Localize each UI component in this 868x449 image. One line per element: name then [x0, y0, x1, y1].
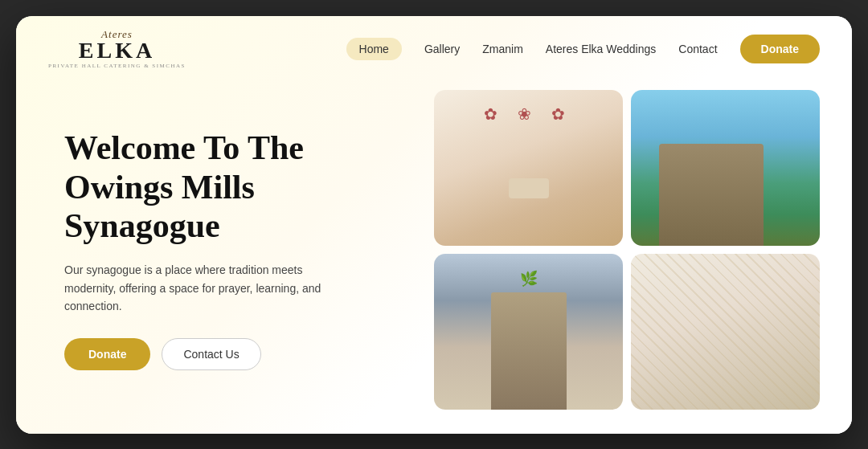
image-3: [434, 254, 623, 410]
nav-home[interactable]: Home: [346, 38, 402, 60]
browser-window: Ateres ELKA Private Hall Catering & Simc…: [16, 16, 852, 434]
hero-section: Welcome To The Owings Mills Synagogue Ou…: [16, 82, 852, 434]
logo-main: ELKA: [79, 39, 155, 62]
page-content: Ateres ELKA Private Hall Catering & Simc…: [16, 16, 852, 434]
nav-links: Home Gallery Zmanim Ateres Elka Weddings…: [346, 35, 820, 63]
image-4: [631, 254, 820, 410]
nav-contact[interactable]: Contact: [678, 43, 717, 55]
hero-title: Welcome To The Owings Mills Synagogue: [64, 129, 402, 245]
navbar: Ateres ELKA Private Hall Catering & Simc…: [16, 16, 852, 82]
hero-buttons: Donate Contact Us: [64, 338, 402, 370]
logo-sub: Private Hall Catering & Simchas: [48, 63, 186, 69]
hero-description: Our synagogue is a place where tradition…: [64, 261, 338, 315]
donate-button[interactable]: Donate: [64, 338, 150, 370]
nav-gallery[interactable]: Gallery: [424, 43, 460, 55]
contact-button[interactable]: Contact Us: [162, 338, 260, 370]
image-2: [631, 90, 820, 246]
nav-zmanim[interactable]: Zmanim: [482, 43, 523, 55]
nav-donate-button[interactable]: Donate: [740, 35, 820, 63]
image-grid: [434, 90, 820, 410]
nav-weddings[interactable]: Ateres Elka Weddings: [546, 43, 656, 55]
hero-left: Welcome To The Owings Mills Synagogue Ou…: [64, 90, 402, 410]
image-1: [434, 90, 623, 246]
logo[interactable]: Ateres ELKA Private Hall Catering & Simc…: [48, 29, 186, 69]
